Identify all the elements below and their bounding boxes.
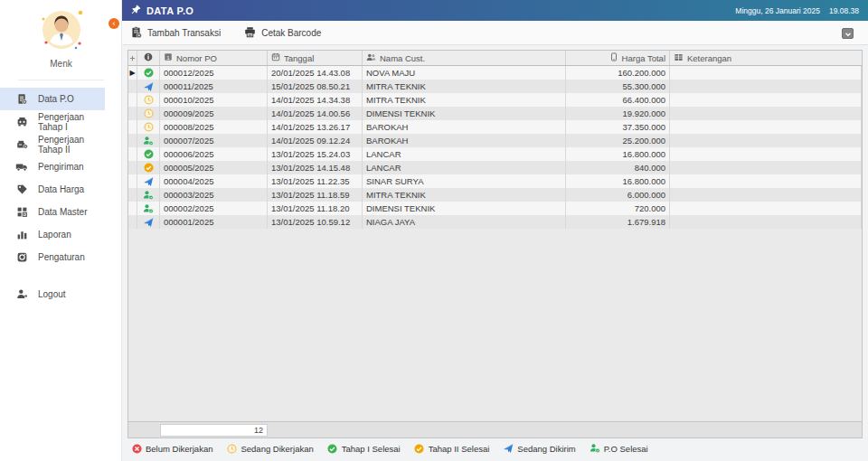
cell-nama-cust: NIAGA JAYA	[363, 215, 566, 229]
row-indicator-cell	[128, 93, 137, 107]
row-indicator-cell: ▶	[128, 66, 137, 80]
column-header-tanggal[interactable]: Tanggal	[268, 51, 363, 65]
cell-keterangan	[670, 202, 862, 215]
menu-gap	[0, 268, 122, 283]
header-expand-column[interactable]	[128, 51, 137, 65]
table-row[interactable]: 000011/202515/01/2025 08.50.21MITRA TEKN…	[128, 80, 862, 93]
cell-nomor-po: 000008/2025	[160, 120, 268, 134]
sidebar-menu: Data P.OPengerjaan Tahap IPengerjaan Tah…	[0, 88, 122, 306]
status-sedang-dikerjakan-icon	[143, 122, 154, 133]
cell-keterangan	[670, 93, 862, 107]
sidebar-item-pengiriman[interactable]: Pengiriman	[0, 155, 105, 178]
table-row[interactable]: 000002/202513/01/2025 11.18.20DIMENSI TE…	[128, 202, 862, 215]
cell-keterangan	[670, 66, 862, 80]
sidebar-item-logout[interactable]: Logout	[0, 283, 105, 306]
row-status-cell	[137, 161, 160, 174]
row-status-cell	[137, 215, 160, 229]
legend-sedang-dikerjakan-icon	[226, 443, 237, 454]
tambah-transaksi-button[interactable]: Tambah Transaksi	[130, 26, 221, 40]
sidebar-divider	[18, 80, 104, 80]
table-row[interactable]: 000005/202513/01/2025 14.15.48LANCAR840.…	[128, 161, 862, 174]
legend-po-selesai-icon	[590, 443, 600, 454]
sidebar-item-data-master[interactable]: Data Master	[0, 201, 105, 223]
row-status-cell	[137, 93, 160, 107]
cell-nama-cust: BAROKAH	[363, 134, 566, 147]
table-row[interactable]: 000010/202514/01/2025 14.34.38MITRA TEKN…	[128, 93, 862, 107]
legend-sedang-dikirim-icon	[503, 443, 514, 454]
sidebar-item-pengerjaan-tahap-i[interactable]: Pengerjaan Tahap I	[0, 110, 105, 133]
cell-keterangan	[670, 134, 862, 147]
legend-item-tahap-ii-selesai: Tahap II Selesai	[414, 443, 490, 454]
sidebar-item-data-p-o[interactable]: Data P.O	[0, 88, 105, 110]
cell-keterangan	[670, 188, 862, 202]
column-header-harga-total[interactable]: Harga Total	[566, 51, 670, 65]
cell-nomor-po: 000009/2025	[160, 107, 268, 120]
legend-tahap2-selesai-icon	[414, 443, 425, 454]
grid-icon	[674, 52, 684, 64]
document-icon	[15, 93, 28, 106]
table-row[interactable]: 000006/202513/01/2025 15.24.03LANCAR16.8…	[128, 147, 862, 161]
row-indicator-cell	[128, 188, 137, 202]
avatar-image	[36, 6, 87, 53]
number-icon: 1	[164, 52, 173, 63]
cell-nomor-po: 000010/2025	[160, 93, 268, 107]
cell-harga-total: 66.400.000	[566, 93, 670, 107]
status-tahap2-selesai-icon	[143, 163, 154, 174]
sidebar-item-pengerjaan-tahap-ii[interactable]: Pengerjaan Tahap II	[0, 133, 105, 155]
cell-tanggal: 14/01/2025 14.34.38	[268, 93, 363, 107]
column-header-nama-cust[interactable]: Nama Cust.	[363, 51, 566, 65]
sidebar-item-pengaturan[interactable]: Pengaturan	[0, 246, 105, 268]
table-row[interactable]: 000001/202513/01/2025 10.59.12NIAGA JAYA…	[128, 215, 862, 229]
header-status-column[interactable]	[137, 51, 160, 65]
legend-tahap1-selesai-icon	[327, 443, 338, 454]
avatar	[0, 0, 122, 57]
cell-nama-cust: LANCAR	[363, 161, 566, 174]
cell-tanggal: 15/01/2025 08.50.21	[268, 80, 363, 93]
cell-harga-total: 55.300.000	[566, 80, 670, 93]
toolbar-button-label: Cetak Barcode	[261, 28, 321, 38]
chevron-down-icon	[844, 25, 852, 42]
cell-nama-cust: NOVA MAJU	[363, 66, 566, 80]
row-indicator-cell	[128, 147, 137, 161]
status-sedang-dikirim-icon	[143, 176, 154, 187]
status-po-selesai-icon	[143, 203, 154, 214]
row-status-cell	[137, 174, 160, 188]
sidebar-collapse-button[interactable]: ‹	[108, 18, 119, 29]
row-status-cell	[137, 134, 160, 147]
column-header-label: Keterangan	[687, 53, 731, 63]
legend-label: Sedang Dikerjakan	[241, 444, 313, 454]
toolbar-button-label: Tambah Transaksi	[147, 28, 221, 38]
row-indicator-cell	[128, 174, 137, 188]
cell-tanggal: 13/01/2025 11.18.59	[268, 188, 363, 202]
info-icon	[144, 52, 153, 63]
cetak-barcode-button[interactable]: Cetak Barcode	[244, 26, 321, 40]
column-header-nomor-po[interactable]: 1Nomor PO	[160, 51, 268, 65]
sidebar-item-label: Data Master	[38, 207, 87, 217]
table-row[interactable]: ▶000012/202520/01/2025 14.43.08NOVA MAJU…	[128, 66, 862, 80]
price-tag-icon	[15, 183, 28, 196]
table-row[interactable]: 000003/202513/01/2025 11.18.59MITRA TEKN…	[128, 188, 862, 202]
settings-icon	[15, 251, 28, 264]
toolbar-options-button[interactable]	[842, 28, 854, 39]
column-header-keterangan[interactable]: Keterangan	[670, 51, 862, 65]
cell-keterangan	[670, 161, 862, 174]
row-status-cell	[137, 120, 160, 134]
cell-tanggal: 14/01/2025 14.00.56	[268, 107, 363, 120]
status-po-selesai-icon	[143, 136, 154, 146]
status-sedang-dikirim-icon	[143, 81, 154, 92]
table-row[interactable]: 000008/202514/01/2025 13.26.17BAROKAH37.…	[128, 120, 862, 134]
sidebar-item-label: Pengerjaan Tahap I	[38, 112, 105, 132]
cell-nomor-po: 000003/2025	[160, 188, 268, 202]
row-indicator-cell	[128, 107, 137, 120]
app-window: Menk Data P.OPengerjaan Tahap IPengerjaa…	[0, 0, 868, 461]
status-po-selesai-icon	[143, 190, 154, 201]
sidebar-item-data-harga[interactable]: Data Harga	[0, 178, 105, 201]
table-row[interactable]: 000009/202514/01/2025 14.00.56DIMENSI TE…	[128, 107, 862, 120]
table-row[interactable]: 000007/202514/01/2025 09.12.24BAROKAH25.…	[128, 134, 862, 147]
sidebar-item-laporan[interactable]: Laporan	[0, 223, 105, 246]
cell-nama-cust: MITRA TEKNIK	[363, 93, 566, 107]
pin-icon	[131, 5, 141, 16]
table-row[interactable]: 000004/202513/01/2025 11.22.35SINAR SURY…	[128, 174, 862, 188]
machine-one-icon	[15, 116, 28, 128]
sidebar-item-label: Pengerjaan Tahap II	[38, 135, 105, 155]
